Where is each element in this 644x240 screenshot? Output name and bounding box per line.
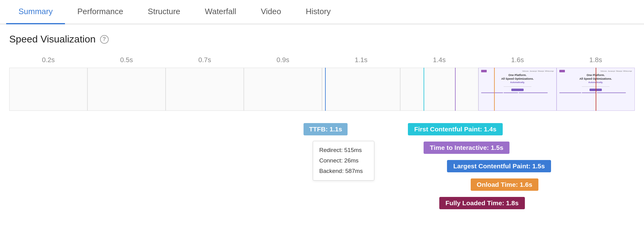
filmstrip-cell-6: VelocesJavascptNttaciptWhitcompr One Pla… (478, 68, 557, 111)
filmstrip-row: VelocesJavascptNttaciptWhitcompr One Pla… (9, 68, 635, 111)
onload-badge: Onload Time: 1.6s (471, 178, 539, 191)
tab-performance[interactable]: Performance (65, 0, 135, 24)
lcp-badge: Largest Contentful Paint: 1.5s (447, 160, 551, 172)
section-title-text: Speed Visualization (9, 34, 96, 45)
ruler-label-0: 0.2s (9, 56, 87, 64)
ttfb-connect: Connect: 26ms (319, 155, 368, 166)
tab-history[interactable]: History (293, 0, 343, 24)
section-title-area: Speed Visualization ? (0, 34, 644, 45)
filmstrip-cell-3 (244, 68, 322, 111)
ruler-label-2: 0.7s (166, 56, 244, 64)
ruler-label-7: 1.8s (557, 56, 635, 64)
tab-structure[interactable]: Structure (135, 0, 193, 24)
tab-waterfall[interactable]: Waterfall (193, 0, 249, 24)
annotations-area: TTFB: 1.1s Redirect: 515ms Connect: 26ms… (9, 117, 635, 222)
ttfb-detail-box: Redirect: 515ms Connect: 26ms Backend: 5… (313, 141, 374, 181)
filmstrip-cell-1 (87, 68, 166, 111)
vline-tti (455, 68, 456, 111)
tab-video[interactable]: Video (248, 0, 293, 24)
help-icon[interactable]: ? (100, 35, 109, 44)
ruler-label-1: 0.5s (87, 56, 166, 64)
filmstrip-cell-4 (322, 68, 400, 111)
ruler-label-3: 0.9s (244, 56, 322, 64)
filmstrip-cell-2 (166, 68, 244, 111)
vline-fully-loaded (596, 68, 596, 111)
filmstrip-cell-5 (400, 68, 478, 111)
ruler-label-5: 1.4s (400, 56, 478, 64)
fully-loaded-badge: Fully Loaded Time: 1.8s (439, 197, 525, 209)
speed-visualization: 0.2s 0.5s 0.7s 0.9s 1.1s 1.4s 1.6s 1.8s … (0, 56, 644, 222)
vline-fcp (424, 68, 424, 111)
ttfb-badge: TTFB: 1.1s (304, 123, 348, 135)
timeline-ruler: 0.2s 0.5s 0.7s 0.9s 1.1s 1.4s 1.6s 1.8s (9, 56, 635, 64)
tabs-bar: Summary Performance Structure Waterfall … (0, 0, 644, 24)
tti-badge: Time to Interactive: 1.5s (424, 142, 509, 154)
ruler-label-4: 1.1s (322, 56, 400, 64)
ruler-label-6: 1.6s (478, 56, 557, 64)
filmstrip-cell-0 (9, 68, 87, 111)
ttfb-backend: Backend: 587ms (319, 166, 368, 176)
tab-summary[interactable]: Summary (6, 0, 65, 24)
fcp-badge: First Contentful Paint: 1.4s (408, 123, 502, 135)
ttfb-redirect: Redirect: 515ms (319, 145, 368, 155)
vline-onload (494, 68, 495, 111)
vline-ttfb (325, 68, 326, 111)
site-preview-1: VelocesJavascptNttaciptWhitcompr One Pla… (479, 68, 556, 110)
